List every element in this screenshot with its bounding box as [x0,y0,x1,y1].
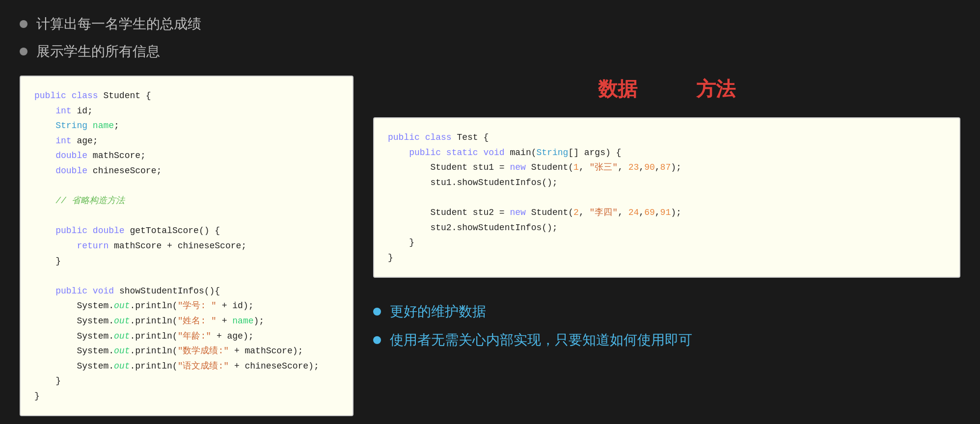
main-layout: public class Student { int id; String na… [20,76,960,416]
test-line-brace2: } [388,250,946,265]
code-line-sys4: System.out.println("数学成绩:" + mathScore); [34,344,339,359]
test-class-code: public class Test { public static void m… [373,117,960,278]
bullet-item-1: 计算出每一名学生的总成绩 [20,15,960,33]
code-line-brace2: } [34,373,339,389]
code-line-blank3 [34,268,339,284]
test-line-6: stu2.showStudentInfos(); [388,220,946,236]
code-line-sys2: System.out.println("姓名: " + name); [34,314,339,329]
code-line-return: return mathScore + chineseScore; [34,238,339,254]
header-method-label: 方法 [696,76,735,103]
code-line-3: String name; [34,118,339,133]
code-line-4: int age; [34,133,339,149]
test-line-1: public class Test { [388,130,946,145]
student-class-code: public class Student { int id; String na… [20,76,354,416]
code-line-brace3: } [34,389,339,404]
code-line-blank2 [34,209,339,224]
bottom-bullet-text-1: 更好的维护数据 [390,302,486,321]
header-data-label: 数据 [598,76,637,103]
right-panel: 数据 方法 public class Test { public static … [373,76,960,359]
code-line-brace1: } [34,254,339,269]
code-line-1: public class Student { [34,88,339,104]
right-header: 数据 方法 [373,76,960,103]
test-line-brace1: } [388,235,946,250]
code-line-comment: // 省略构造方法 [34,193,339,209]
bottom-bullet-2: 使用者无需关心内部实现，只要知道如何使用即可 [373,331,960,349]
test-line-blank [388,190,946,205]
bullet-text-2: 展示学生的所有信息 [36,42,160,61]
code-line-blank1 [34,179,339,194]
code-line-2: int id; [34,104,339,119]
bullet-dot-1 [20,20,27,28]
test-line-4: stu1.showStudentInfos(); [388,175,946,190]
bottom-bullet-dot-1 [373,308,381,316]
code-line-method1: public double getTotalScore() { [34,223,339,238]
test-line-2: public static void main(String[] args) { [388,145,946,160]
test-line-5: Student stu2 = new Student(2, "李四", 24,6… [388,205,946,220]
test-line-3: Student stu1 = new Student(1, "张三", 23,9… [388,160,946,175]
bullet-item-2: 展示学生的所有信息 [20,42,960,61]
code-line-method2: public void showStudentInfos(){ [34,284,339,299]
code-line-sys5: System.out.println("语文成绩:" + chineseScor… [34,359,339,374]
code-line-6: double chineseScore; [34,163,339,179]
bottom-bullets-section: 更好的维护数据 使用者无需关心内部实现，只要知道如何使用即可 [373,302,960,359]
top-bullets-section: 计算出每一名学生的总成绩 展示学生的所有信息 [20,15,960,61]
bullet-dot-2 [20,48,27,55]
bottom-bullet-dot-2 [373,336,381,344]
code-line-sys3: System.out.println("年龄:" + age); [34,329,339,344]
code-line-sys1: System.out.println("学号: " + id); [34,298,339,314]
bullet-text-1: 计算出每一名学生的总成绩 [36,15,201,33]
bottom-bullet-text-2: 使用者无需关心内部实现，只要知道如何使用即可 [390,331,692,349]
code-line-5: double mathScore; [34,148,339,163]
bottom-bullet-1: 更好的维护数据 [373,302,960,321]
left-code-panel: public class Student { int id; String na… [20,76,354,416]
